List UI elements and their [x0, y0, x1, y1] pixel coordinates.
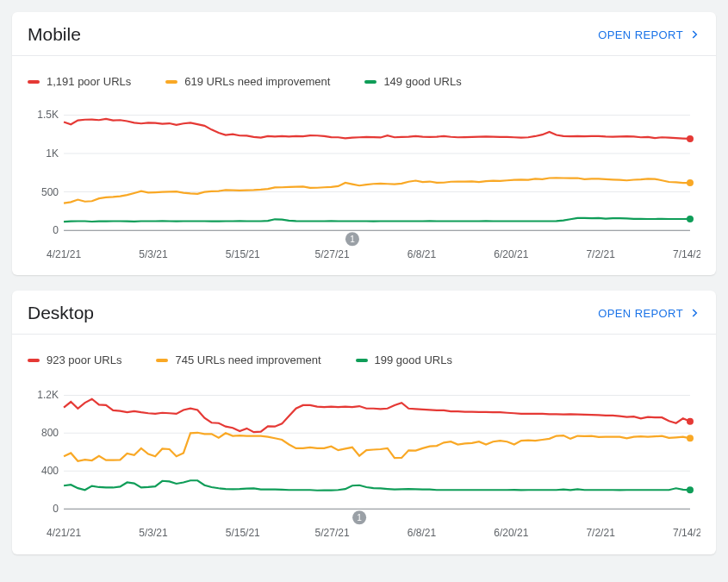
- svg-text:5/27/21: 5/27/21: [315, 527, 350, 539]
- legend-swatch-good: [356, 359, 368, 362]
- open-report-label: OPEN REPORT: [598, 307, 683, 320]
- open-report-link-desktop[interactable]: OPEN REPORT: [598, 307, 700, 320]
- svg-text:6/8/21: 6/8/21: [408, 248, 437, 260]
- mobile-header: Mobile OPEN REPORT: [12, 12, 716, 56]
- open-report-label: OPEN REPORT: [598, 28, 683, 41]
- legend-item-good: 199 good URLs: [356, 354, 452, 366]
- mobile-legend: 1,191 poor URLs 619 URLs need improvemen…: [12, 56, 716, 97]
- legend-label: 1,191 poor URLs: [47, 75, 131, 88]
- svg-text:500: 500: [41, 186, 59, 198]
- legend-swatch-poor: [28, 80, 40, 84]
- svg-text:4/21/21: 4/21/21: [47, 248, 81, 260]
- legend-label: 149 good URLs: [383, 75, 461, 88]
- desktop-legend: 923 poor URLs 745 URLs need improvement …: [12, 335, 716, 375]
- mobile-chart: 05001K1.5K4/21/215/3/215/15/215/27/216/8…: [12, 97, 716, 275]
- svg-text:4/21/21: 4/21/21: [47, 527, 81, 539]
- legend-swatch-poor: [28, 359, 40, 362]
- svg-text:5/3/21: 5/3/21: [139, 527, 168, 539]
- svg-text:800: 800: [41, 428, 59, 440]
- svg-text:6/20/21: 6/20/21: [494, 527, 528, 539]
- svg-point-18: [687, 216, 694, 222]
- svg-text:5/27/21: 5/27/21: [315, 248, 350, 260]
- svg-text:1: 1: [350, 235, 355, 244]
- mobile-chart-svg: 05001K1.5K4/21/215/3/215/15/215/27/216/8…: [28, 97, 700, 265]
- open-report-link-mobile[interactable]: OPEN REPORT: [598, 28, 700, 41]
- mobile-panel: Mobile OPEN REPORT 1,191 poor URLs 619 U…: [12, 12, 716, 275]
- svg-text:7/14/21: 7/14/21: [673, 248, 700, 260]
- svg-text:5/15/21: 5/15/21: [226, 248, 260, 260]
- svg-text:5/3/21: 5/3/21: [139, 248, 168, 260]
- svg-point-16: [687, 135, 694, 142]
- chevron-right-icon: [688, 28, 700, 41]
- svg-point-37: [687, 418, 694, 425]
- legend-item-improvement: 745 URLs need improvement: [156, 354, 320, 366]
- legend-item-improvement: 619 URLs need improvement: [165, 75, 330, 88]
- svg-text:0: 0: [53, 503, 59, 515]
- mobile-title: Mobile: [28, 24, 81, 45]
- desktop-chart-svg: 04008001.2K4/21/215/3/215/15/215/27/216/…: [28, 375, 700, 543]
- legend-item-poor: 1,191 poor URLs: [28, 75, 131, 88]
- svg-text:400: 400: [41, 466, 59, 478]
- svg-text:6/8/21: 6/8/21: [408, 527, 437, 539]
- desktop-title: Desktop: [28, 303, 94, 323]
- svg-point-17: [687, 179, 694, 186]
- legend-swatch-good: [364, 80, 376, 84]
- svg-text:7/2/21: 7/2/21: [586, 527, 615, 539]
- svg-point-39: [687, 487, 694, 494]
- desktop-chart: 04008001.2K4/21/215/3/215/15/215/27/216/…: [12, 375, 716, 554]
- svg-text:5/15/21: 5/15/21: [226, 527, 260, 539]
- desktop-panel: Desktop OPEN REPORT 923 poor URLs 745 UR…: [12, 291, 716, 554]
- legend-label: 199 good URLs: [375, 354, 452, 366]
- svg-text:1.2K: 1.2K: [37, 390, 59, 402]
- chevron-right-icon: [688, 307, 700, 319]
- svg-text:1.5K: 1.5K: [37, 109, 59, 121]
- legend-item-poor: 923 poor URLs: [28, 354, 121, 366]
- legend-item-good: 149 good URLs: [364, 75, 461, 88]
- legend-swatch-improvement: [165, 80, 177, 84]
- svg-text:6/20/21: 6/20/21: [494, 248, 528, 260]
- legend-swatch-improvement: [156, 359, 168, 362]
- legend-label: 745 URLs need improvement: [175, 354, 320, 366]
- svg-text:0: 0: [53, 224, 59, 236]
- desktop-header: Desktop OPEN REPORT: [12, 291, 716, 335]
- svg-text:7/14/21: 7/14/21: [673, 527, 700, 539]
- svg-text:7/2/21: 7/2/21: [586, 248, 615, 260]
- legend-label: 923 poor URLs: [47, 354, 121, 366]
- legend-label: 619 URLs need improvement: [184, 75, 330, 88]
- svg-text:1K: 1K: [46, 147, 59, 160]
- svg-point-38: [687, 435, 694, 442]
- svg-text:1: 1: [357, 513, 362, 523]
